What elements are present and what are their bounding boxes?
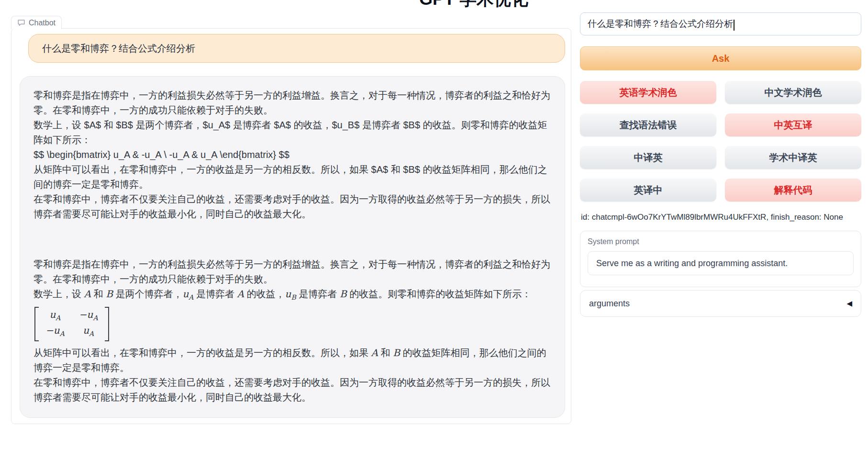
system-prompt-label: System prompt — [588, 237, 854, 246]
button-zh-en-mutual-translate[interactable]: 中英互译 — [725, 113, 861, 136]
user-message-bubble: 什么是零和博弈？结合公式介绍分析 — [28, 34, 565, 63]
arguments-accordion[interactable]: arguments ◀ — [580, 290, 861, 317]
question-input-value: 什么是零和博弈？结合公式介绍分析 — [588, 18, 733, 30]
chatbot-label-text: Chatbot — [29, 19, 56, 27]
matrix-bracket-left — [34, 307, 39, 341]
math-var-B: B — [393, 347, 400, 359]
accordion-collapse-icon: ◀ — [846, 299, 852, 308]
control-column: 什么是零和博弈？结合公式介绍分析 Ask 英语学术润色 中文学术润色 查找语法错… — [580, 0, 861, 460]
button-academic-zh-to-en[interactable]: 学术中译英 — [725, 146, 861, 169]
user-message-text: 什么是零和博弈？结合公式介绍分析 — [42, 42, 195, 55]
button-en-to-zh[interactable]: 英译中 — [580, 179, 716, 202]
math-var-A: A — [84, 288, 91, 300]
chatbot-label: Chatbot — [11, 16, 62, 29]
bot-raw-paragraph-2: 数学上，设 $A$ 和 $B$ 是两个博弈者，$u_A$ 是博弈者 $A$ 的收… — [33, 118, 550, 147]
bot-raw-paragraph-1: 零和博弈是指在博弈中，一方的利益损失必然等于另一方的利益增益。换言之，对于每一种… — [33, 88, 550, 118]
chatbot-panel[interactable]: Chatbot 什么是零和博弈？结合公式介绍分析 零和博弈是指在博弈中，一方的利… — [11, 28, 571, 424]
bot-rendered-paragraph-1: 零和博弈是指在博弈中，一方的利益损失必然等于另一方的利益增益。换言之，对于每一种… — [33, 257, 550, 287]
matrix-cell: uA — [45, 308, 65, 324]
system-prompt-input[interactable]: Serve me as a writing and programming as… — [588, 251, 854, 275]
ask-button[interactable]: Ask — [580, 46, 861, 70]
matrix-bracket-right — [105, 307, 109, 341]
matrix-cell: −uA — [79, 308, 98, 324]
system-prompt-value: Serve me as a writing and programming as… — [596, 258, 788, 269]
button-chinese-academic-polish[interactable]: 中文学术润色 — [725, 81, 861, 104]
button-explain-code[interactable]: 解释代码 — [725, 179, 861, 202]
math-var-uA: u — [182, 288, 189, 300]
status-line: id: chatcmpl-6wOo7KrYTwMl89lbrMWRu4UkFFX… — [581, 213, 843, 222]
bot-rendered-paragraph-2: 数学上，设 A 和 B 是两个博弈者，uA 是博弈者 A 的收益，uB 是博弈者… — [33, 287, 550, 305]
bot-raw-latex-line: $$ \begin{bmatrix} u_A & -u_A \ -u_A & u… — [33, 147, 550, 162]
bot-message-bubble: 零和博弈是指在博弈中，一方的利益损失必然等于另一方的利益增益。换言之，对于每一种… — [20, 76, 565, 418]
bot-raw-paragraph-3: 从矩阵中可以看出，在零和博弈中，一方的收益是另一方的相反数。所以，如果 $A$ … — [33, 162, 550, 192]
quick-action-grid: 英语学术润色 中文学术润色 查找语法错误 中英互译 中译英 学术中译英 英译中 … — [580, 81, 861, 202]
button-english-academic-polish[interactable]: 英语学术润色 — [580, 81, 716, 104]
math-var-B: B — [340, 288, 347, 300]
bot-raw-paragraph-4: 在零和博弈中，博弈者不仅要关注自己的收益，还需要考虑对手的收益。因为一方取得的收… — [33, 192, 550, 222]
math-var-uB: u — [285, 288, 291, 300]
button-find-grammar-errors[interactable]: 查找语法错误 — [580, 113, 716, 136]
question-input[interactable]: 什么是零和博弈？结合公式介绍分析 — [580, 12, 861, 35]
system-prompt-group: System prompt Serve me as a writing and … — [580, 231, 861, 287]
math-var-A: A — [237, 288, 244, 300]
math-var-B: B — [106, 288, 113, 300]
matrix-cell: −uA — [45, 324, 65, 340]
text-caret — [734, 20, 734, 31]
accordion-label: arguments — [589, 299, 630, 309]
page-title: GPT 学术优化 — [419, 0, 528, 11]
matrix-cell: uA — [79, 324, 98, 340]
payoff-matrix: uA −uA −uA uA — [34, 307, 109, 341]
app-root: GPT 学术优化 Chatbot 什么是零和博弈？结合公式介绍分析 零和博弈是指… — [0, 0, 868, 460]
math-var-A: A — [371, 347, 378, 359]
button-zh-to-en[interactable]: 中译英 — [580, 146, 716, 169]
bot-rendered-paragraph-3: 从矩阵中可以看出，在零和博弈中，一方的收益是另一方的相反数。所以，如果 A 和 … — [33, 346, 550, 375]
bot-rendered-paragraph-4: 在零和博弈中，博弈者不仅要关注自己的收益，还需要考虑对手的收益。因为一方取得的收… — [33, 375, 550, 405]
chat-bubble-icon — [17, 19, 25, 27]
